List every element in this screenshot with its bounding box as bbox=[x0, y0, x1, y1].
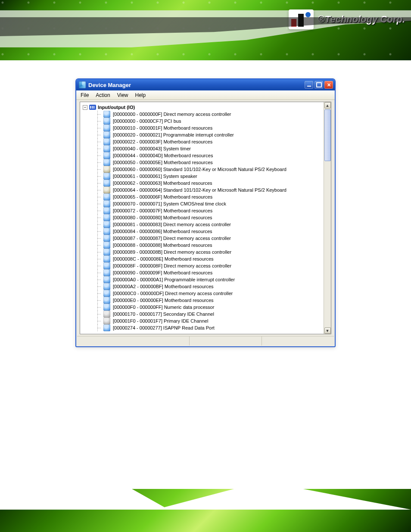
tree-item-label: [0000008F - 0000008F] Direct memory acce… bbox=[113, 262, 231, 269]
tree-item[interactable]: [000000A0 - 000000A1] Programmable inter… bbox=[95, 276, 323, 283]
tree-connector-icon bbox=[95, 304, 101, 311]
tree-item-label: [00000170 - 00000177] Secondary IDE Chan… bbox=[113, 311, 214, 317]
tree-item[interactable]: [0000008F - 0000008F] Direct memory acce… bbox=[95, 262, 323, 269]
device-icon bbox=[103, 262, 110, 269]
device-icon bbox=[103, 235, 110, 242]
tree-item[interactable]: [00000080 - 00000080] Motherboard resour… bbox=[95, 214, 323, 221]
scroll-down-button[interactable]: ▼ bbox=[324, 327, 331, 334]
tree-connector-icon bbox=[95, 228, 101, 235]
tree-connector-icon bbox=[95, 255, 101, 262]
device-icon bbox=[103, 324, 110, 331]
device-icon bbox=[103, 276, 110, 283]
tree-connector-icon bbox=[95, 235, 101, 242]
tree-items: [00000000 - 0000000F] Direct memory acce… bbox=[83, 111, 323, 331]
status-pane-2 bbox=[189, 336, 262, 345]
collapse-icon[interactable]: − bbox=[83, 105, 87, 110]
tree-item-label: [00000040 - 00000043] System timer bbox=[113, 145, 191, 152]
tree-connector-icon bbox=[95, 297, 101, 304]
maximize-button[interactable] bbox=[314, 81, 323, 89]
menu-view[interactable]: View bbox=[117, 92, 128, 98]
tree-item-label: [0000008C - 0000008E] Motherboard resour… bbox=[113, 255, 214, 262]
device-manager-window: Device Manager File Action View Help − I… bbox=[75, 78, 336, 347]
status-pane-3 bbox=[262, 336, 334, 345]
device-icon bbox=[103, 207, 110, 214]
tree-root[interactable]: − Input/output (IO) bbox=[83, 105, 323, 110]
tree-item-label: [000000C0 - 000000DF] Direct memory acce… bbox=[113, 290, 233, 297]
titlebar[interactable]: Device Manager bbox=[76, 79, 335, 90]
tree-item[interactable]: [00000040 - 00000043] System timer bbox=[95, 145, 323, 152]
tree-item[interactable]: [00000022 - 0000003F] Motherboard resour… bbox=[95, 138, 323, 145]
tree-connector-icon bbox=[95, 152, 101, 159]
tree-connector-icon bbox=[95, 311, 101, 317]
scroll-up-button[interactable]: ▲ bbox=[324, 102, 331, 109]
tree-connector-icon bbox=[95, 269, 101, 276]
tree-item[interactable]: [00000081 - 00000083] Direct memory acce… bbox=[95, 221, 323, 228]
tree-item[interactable]: [00000000 - 0000000F] Direct memory acce… bbox=[95, 111, 323, 118]
tree-item[interactable]: [00000064 - 00000064] Standard 101/102-K… bbox=[95, 187, 323, 193]
tree-item[interactable]: [00000084 - 00000086] Motherboard resour… bbox=[95, 228, 323, 235]
tree-item-label: [000000A0 - 000000A1] Programmable inter… bbox=[113, 276, 235, 283]
tree-item[interactable]: [00000065 - 0000006F] Motherboard resour… bbox=[95, 193, 323, 200]
tree-item[interactable]: [00000087 - 00000087] Direct memory acce… bbox=[95, 235, 323, 242]
tree-item[interactable]: [00000020 - 00000021] Programmable inter… bbox=[95, 131, 323, 138]
menu-action[interactable]: Action bbox=[96, 92, 110, 98]
tree-item[interactable]: [000001F0 - 000001F7] Primary IDE Channe… bbox=[95, 317, 323, 324]
device-icon bbox=[103, 200, 110, 207]
app-icon bbox=[79, 81, 86, 88]
scroll-thumb[interactable] bbox=[324, 109, 331, 161]
status-pane-1 bbox=[77, 336, 189, 345]
tree-item[interactable]: [00000060 - 00000060] Standard 101/102-K… bbox=[95, 166, 323, 173]
tree-connector-icon bbox=[95, 111, 101, 118]
menubar: File Action View Help bbox=[76, 90, 335, 100]
tree-item[interactable]: [00000088 - 00000088] Motherboard resour… bbox=[95, 242, 323, 249]
ide-channel-icon bbox=[103, 317, 110, 324]
tree-item[interactable]: [00000050 - 0000005E] Motherboard resour… bbox=[95, 159, 323, 166]
tree-connector-icon bbox=[95, 166, 101, 173]
tree-item-label: [00000274 - 00000277] ISAPNP Read Data P… bbox=[113, 324, 215, 331]
close-button[interactable] bbox=[324, 81, 333, 89]
device-icon bbox=[103, 152, 110, 159]
tree-item[interactable]: [00000089 - 0000008B] Direct memory acce… bbox=[95, 249, 323, 255]
statusbar bbox=[77, 336, 334, 345]
tree-item[interactable]: [00000070 - 00000071] System CMOS/real t… bbox=[95, 200, 323, 207]
device-icon bbox=[103, 242, 110, 249]
page-header-decoration: ®Technology Corp. bbox=[0, 0, 411, 60]
client-area: − Input/output (IO) [00000000 - 0000000F… bbox=[80, 102, 331, 334]
menu-file[interactable]: File bbox=[81, 92, 89, 98]
root-label: Input/output (IO) bbox=[98, 105, 135, 110]
tree-item[interactable]: [00000044 - 0000004D] Motherboard resour… bbox=[95, 152, 323, 159]
menu-help[interactable]: Help bbox=[135, 92, 146, 98]
tree-item[interactable]: [00000010 - 0000001F] Motherboard resour… bbox=[95, 124, 323, 131]
tree-item[interactable]: [00000170 - 00000177] Secondary IDE Chan… bbox=[95, 311, 323, 317]
tree-item[interactable]: [00000090 - 0000009F] Motherboard resour… bbox=[95, 269, 323, 276]
device-tree[interactable]: − Input/output (IO) [00000000 - 0000000F… bbox=[80, 102, 324, 334]
tree-connector-icon bbox=[95, 187, 101, 193]
tree-item[interactable]: [00000274 - 00000277] ISAPNP Read Data P… bbox=[95, 324, 323, 331]
device-icon bbox=[103, 118, 110, 124]
tree-connector-icon bbox=[95, 214, 101, 221]
tree-item-label: [00000065 - 0000006F] Motherboard resour… bbox=[113, 193, 212, 200]
tree-connector-icon bbox=[95, 173, 101, 180]
tree-item[interactable]: [000000F0 - 000000FF] Numeric data proce… bbox=[95, 304, 323, 311]
tree-item[interactable]: [00000072 - 0000007F] Motherboard resour… bbox=[95, 207, 323, 214]
tree-item-label: [00000022 - 0000003F] Motherboard resour… bbox=[113, 138, 212, 145]
tree-item-label: [00000089 - 0000008B] Direct memory acce… bbox=[113, 249, 231, 255]
tree-connector-icon bbox=[95, 159, 101, 166]
window-title: Device Manager bbox=[88, 82, 131, 88]
tree-item-label: [00000000 - 0000000F] Direct memory acce… bbox=[113, 111, 231, 118]
tree-item[interactable]: [00000061 - 00000061] System speaker bbox=[95, 173, 323, 180]
minimize-button[interactable] bbox=[305, 81, 313, 89]
tree-item-label: [00000090 - 0000009F] Motherboard resour… bbox=[113, 269, 212, 276]
tree-item[interactable]: [000000E0 - 000000EF] Motherboard resour… bbox=[95, 297, 323, 304]
device-icon bbox=[103, 159, 110, 166]
tree-item[interactable]: [0000008C - 0000008E] Motherboard resour… bbox=[95, 255, 323, 262]
tree-item[interactable]: [00000000 - 00000CF7] PCI bus bbox=[95, 118, 323, 124]
tree-item[interactable]: [000000C0 - 000000DF] Direct memory acce… bbox=[95, 290, 323, 297]
brand-registered: ® bbox=[318, 14, 325, 25]
tree-item[interactable]: [000000A2 - 000000BF] Motherboard resour… bbox=[95, 283, 323, 290]
tree-item-label: [00000044 - 0000004D] Motherboard resour… bbox=[113, 152, 213, 159]
device-icon bbox=[103, 228, 110, 235]
vertical-scrollbar[interactable]: ▲ ▼ bbox=[324, 102, 331, 334]
brand-text: ®Technology Corp. bbox=[318, 14, 405, 25]
tree-item[interactable]: [00000062 - 00000063] Motherboard resour… bbox=[95, 180, 323, 187]
